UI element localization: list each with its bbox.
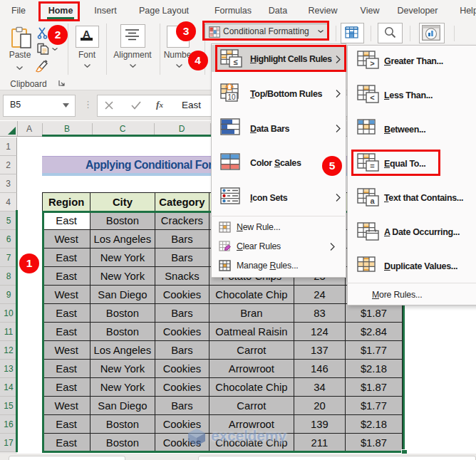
svg-text:<: < <box>370 93 374 102</box>
svg-text:>: > <box>370 59 374 68</box>
svg-text:10: 10 <box>227 93 236 101</box>
svg-text:a: a <box>370 197 375 205</box>
